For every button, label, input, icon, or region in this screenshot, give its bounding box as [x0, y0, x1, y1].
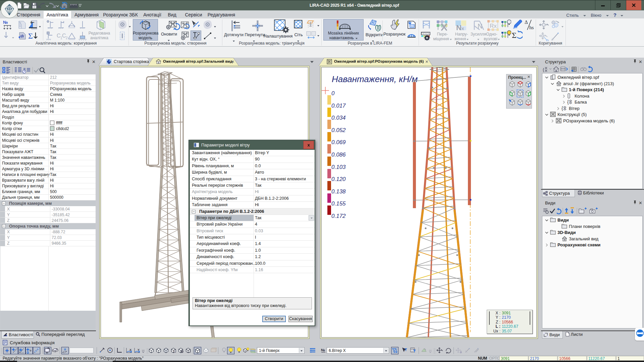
svg-text:№: № [321, 348, 325, 352]
svg-text:Δ: Δ [525, 19, 528, 25]
svg-text:№: № [3, 20, 8, 25]
svg-text:X: X [129, 348, 131, 352]
svg-text:Σ: Σ [512, 31, 517, 40]
svg-text:Rx: Rx [490, 23, 497, 29]
svg-text:Y: Y [138, 348, 140, 352]
svg-text:hs: hs [529, 25, 534, 30]
svg-text:Σ: Σ [28, 32, 33, 40]
svg-text:C: C [57, 33, 61, 39]
svg-text:N: N [478, 22, 482, 30]
svg-text:{: { [543, 67, 544, 72]
svg-text:b: b [174, 350, 175, 352]
svg-text:{: { [561, 106, 563, 111]
svg-text:x: x [462, 25, 464, 31]
svg-text:N: N [456, 23, 462, 31]
svg-text:{: { [567, 99, 569, 105]
svg-text:C: C [62, 33, 66, 39]
